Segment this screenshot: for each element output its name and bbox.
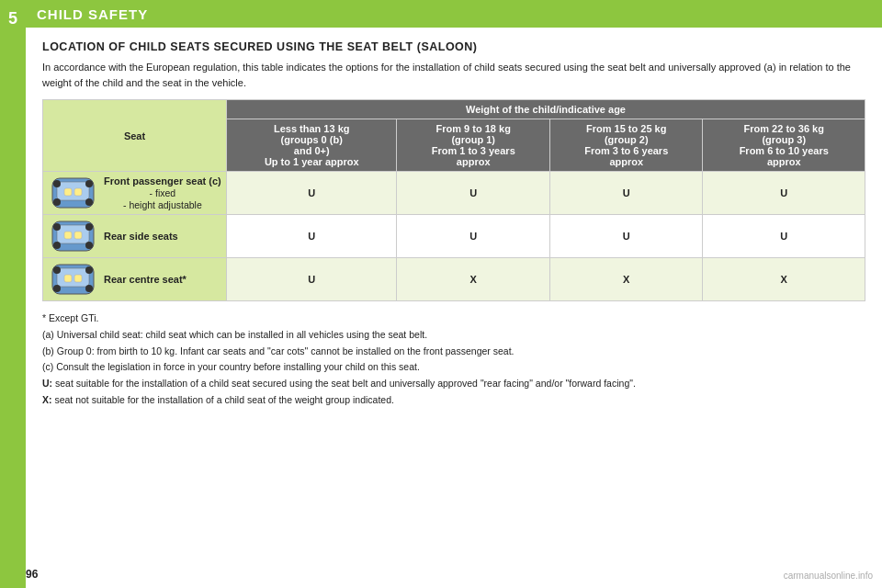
svg-point-3 <box>85 180 93 187</box>
page-number: 96 <box>26 568 38 581</box>
x-label: X: <box>42 394 52 405</box>
svg-point-11 <box>85 223 93 231</box>
u-text: seat suitable for the installation of a … <box>52 378 636 389</box>
value-cell-1-2: U <box>549 215 703 258</box>
svg-point-2 <box>53 180 61 187</box>
seat-text-block: Front passenger seat (c)- fixed- height … <box>104 175 221 210</box>
svg-point-21 <box>85 285 93 292</box>
svg-rect-14 <box>64 232 72 239</box>
svg-rect-22 <box>64 275 72 282</box>
seat-cell-inner: Front passenger seat (c)- fixed- height … <box>48 175 221 210</box>
seat-text-block: Rear centre seat* <box>104 274 187 285</box>
svg-rect-9 <box>57 225 89 243</box>
svg-point-18 <box>53 266 61 274</box>
svg-point-13 <box>85 242 93 249</box>
seat-cell-2: Rear centre seat* <box>43 258 227 301</box>
seat-column-header: Seat <box>43 100 227 172</box>
svg-rect-23 <box>74 275 82 282</box>
value-cell-2-2: X <box>549 258 703 301</box>
svg-point-5 <box>85 198 93 206</box>
x-text: seat not suitable for the installation o… <box>52 394 394 405</box>
value-cell-0-2: U <box>549 172 703 215</box>
footnote-b: (b) Group 0: from birth to 10 kg. Infant… <box>42 344 865 359</box>
svg-point-20 <box>53 285 61 292</box>
footnote-u: U: seat suitable for the installation of… <box>42 376 865 391</box>
seat-sub-1: - fixed <box>104 187 221 198</box>
svg-rect-17 <box>57 268 89 287</box>
svg-rect-15 <box>74 232 82 239</box>
main-content: LOCATION OF CHILD SEATS SECURED USING TH… <box>26 28 882 588</box>
value-cell-1-3: U <box>703 215 865 258</box>
value-cell-2-1: X <box>397 258 550 301</box>
value-cell-0-0: U <box>227 172 397 215</box>
footnote-x: X: seat not suitable for the installatio… <box>42 392 865 408</box>
value-cell-1-1: U <box>397 215 550 258</box>
intro-text: In accordance with the European regulati… <box>42 60 865 90</box>
value-cell-0-1: U <box>397 172 550 215</box>
child-seats-table: Seat Weight of the child/indicative age … <box>42 99 865 301</box>
svg-point-12 <box>53 242 61 249</box>
value-cell-2-0: U <box>227 258 397 301</box>
table-row: Front passenger seat (c)- fixed- height … <box>43 172 865 215</box>
svg-rect-6 <box>64 188 72 196</box>
u-label: U: <box>42 378 52 389</box>
table-row: Rear centre seat*UXXX <box>43 258 865 301</box>
header-title: CHILD SAFETY <box>37 6 148 22</box>
svg-point-19 <box>85 266 93 274</box>
seat-label-main: Front passenger seat (c) <box>104 175 221 187</box>
value-cell-1-0: U <box>227 215 397 258</box>
chapter-number: 5 <box>0 6 26 31</box>
header-bar: CHILD SAFETY <box>26 0 882 28</box>
svg-rect-1 <box>57 182 89 200</box>
footnote-a: (a) Universal child seat: child seat whi… <box>42 327 865 343</box>
svg-point-10 <box>53 223 61 231</box>
seat-cell-1: Rear side seats <box>43 215 227 258</box>
col-header-3: From 22 to 36 kg (group 3) From 6 to 10 … <box>703 119 865 172</box>
value-cell-0-3: U <box>703 172 865 215</box>
section-title: LOCATION OF CHILD SEATS SECURED USING TH… <box>42 40 865 53</box>
col-header-0: Less than 13 kg (groups 0 (b) and 0+) Up… <box>227 119 397 172</box>
seat-cell-inner: Rear centre seat* <box>48 262 221 297</box>
col-header-1: From 9 to 18 kg (group 1) From 1 to 3 ye… <box>397 119 550 172</box>
footnote-except: * Except GTi. <box>42 311 865 326</box>
seat-sub-2: - height adjustable <box>104 199 221 210</box>
svg-point-4 <box>53 198 61 206</box>
footnotes: * Except GTi. (a) Universal child seat: … <box>42 311 865 408</box>
seat-cell-inner: Rear side seats <box>48 219 221 254</box>
sidebar-tab: 5 <box>0 0 26 588</box>
footnote-c: (c) Consult the legislation in force in … <box>42 359 865 375</box>
seat-label-main: Rear side seats <box>104 231 178 242</box>
seat-cell-0: Front passenger seat (c)- fixed- height … <box>43 172 227 215</box>
table-row: Rear side seatsUUUU <box>43 215 865 258</box>
value-cell-2-3: X <box>703 258 865 301</box>
svg-rect-7 <box>74 188 82 196</box>
weight-header: Weight of the child/indicative age <box>227 100 865 119</box>
watermark: carmanualsonline.info <box>784 571 873 581</box>
seat-label-main: Rear centre seat* <box>104 274 187 285</box>
seat-text-block: Rear side seats <box>104 231 178 242</box>
col-header-2: From 15 to 25 kg (group 2) From 3 to 6 y… <box>549 119 703 172</box>
